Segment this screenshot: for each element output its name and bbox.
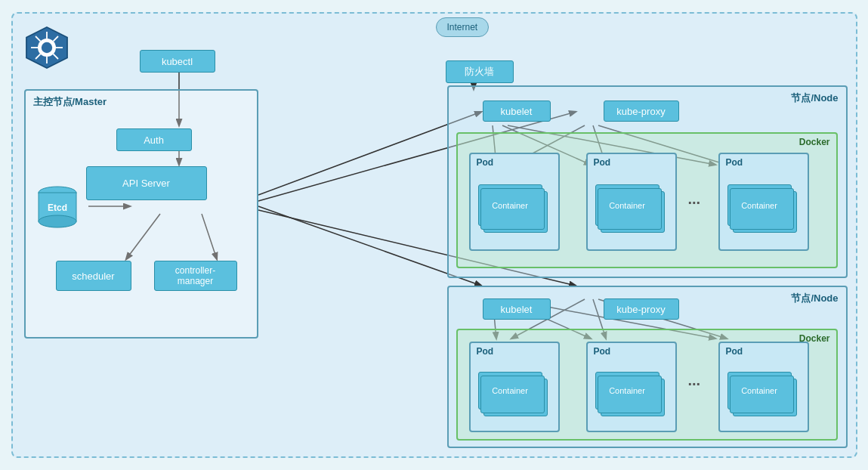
- internet-cloud: Internet: [436, 17, 490, 37]
- node1-docker-panel: Docker Pod Container Pod Container ...: [456, 132, 838, 268]
- node2-pod2: Pod Container: [586, 342, 677, 432]
- controller-manager-box: controller- manager: [154, 261, 237, 291]
- node2-pod2-container: Container: [595, 372, 659, 410]
- scheduler-box: scheduler: [56, 261, 131, 291]
- auth-box: Auth: [116, 128, 192, 151]
- node2-pod1-container: Container: [478, 372, 542, 410]
- node2-pod3: Pod Container: [718, 342, 809, 432]
- node1-pod1: Pod Container: [469, 153, 560, 251]
- internet-label: Internet: [436, 17, 490, 37]
- node1-dots: ...: [688, 190, 701, 208]
- node1-pod2-container: Container: [595, 184, 659, 226]
- svg-text:Etcd: Etcd: [47, 203, 66, 213]
- node1-pod2: Pod Container: [586, 153, 677, 251]
- node2-pod3-container: Container: [727, 372, 792, 410]
- master-node-box: 主控节点/Master Auth API Server Etcd schedul…: [24, 89, 258, 339]
- k8s-logo: [24, 25, 70, 70]
- node2-dots: ...: [688, 372, 701, 389]
- svg-point-37: [39, 215, 76, 227]
- node1-pod3-container: Container: [727, 184, 792, 226]
- node1-kube-proxy: kube-proxy: [604, 100, 679, 122]
- node1-pod3: Pod Container: [718, 153, 809, 251]
- svg-point-34: [41, 42, 51, 53]
- firewall-box: 防火墙: [446, 60, 514, 83]
- etcd-box: Etcd: [37, 185, 79, 233]
- kubectl-box: kubectl: [140, 50, 215, 73]
- outer-container: Internet 防火墙 kubectl 主控节点/Master Auth AP…: [11, 12, 857, 458]
- node1-pod1-container: Container: [478, 184, 542, 226]
- node2-kube-proxy: kube-proxy: [604, 298, 679, 320]
- node2-panel: 节点/Node kubelet kube-proxy Docker Pod Co…: [447, 286, 848, 448]
- node1-panel: 节点/Node kubelet kube-proxy Docker Pod Co…: [447, 85, 848, 278]
- node1-kubelet: kubelet: [483, 100, 551, 122]
- node2-docker-panel: Docker Pod Container Pod Container ... P…: [456, 329, 838, 441]
- node2-kubelet: kubelet: [483, 298, 551, 320]
- node2-pod1: Pod Container: [469, 342, 560, 432]
- api-server-box: API Server: [86, 166, 207, 200]
